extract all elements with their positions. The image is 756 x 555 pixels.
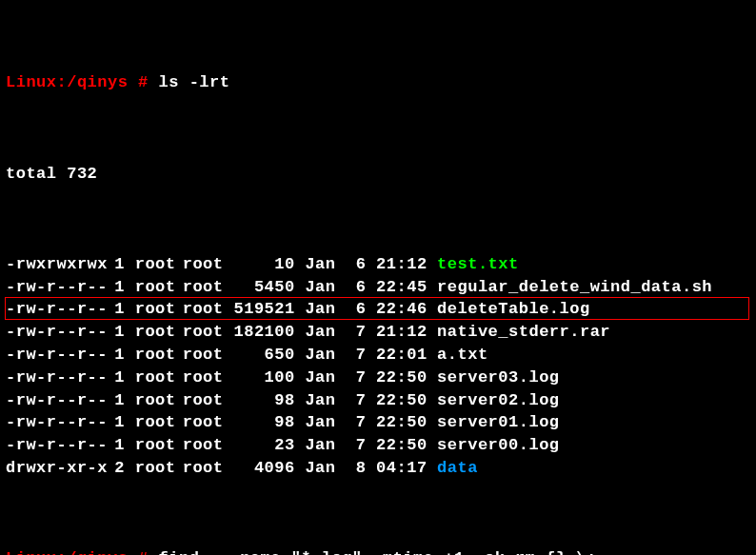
permissions: -rw-r--r--: [6, 434, 106, 457]
month: Jan: [305, 253, 339, 276]
filename: test.txt: [433, 253, 519, 276]
time: 04:17: [376, 457, 433, 480]
permissions: -rw-r--r--: [6, 321, 106, 344]
owner: root: [135, 434, 183, 457]
filename: native_stderr.rar: [433, 321, 610, 344]
group: root: [183, 344, 230, 367]
month: Jan: [305, 344, 339, 367]
size: 4096: [230, 457, 295, 480]
group: root: [183, 253, 230, 276]
command-find: find . -name "*.log" -mtime +1 -ok rm {}…: [159, 549, 597, 555]
size: 100: [230, 367, 295, 389]
permissions: -rw-r--r--: [6, 276, 106, 299]
size: 98: [230, 389, 295, 412]
size: 5450: [230, 276, 295, 299]
day: 7: [339, 389, 366, 412]
time: 22:45: [376, 276, 433, 299]
day: 6: [339, 253, 366, 276]
group: root: [183, 298, 230, 321]
size: 98: [230, 411, 295, 434]
owner: root: [135, 389, 183, 412]
month: Jan: [305, 321, 339, 344]
time: 22:46: [376, 298, 433, 321]
day: 8: [339, 457, 366, 480]
prompt: Linux:/qinys: [6, 73, 128, 91]
permissions: -rw-r--r--: [6, 389, 106, 412]
list-item: drwxr-xr-x2 rootroot4096 Jan8 04:17data: [6, 457, 750, 480]
month: Jan: [305, 276, 339, 299]
size: 519521: [230, 298, 295, 321]
group: root: [183, 321, 230, 344]
group: root: [183, 434, 230, 457]
time: 22:50: [376, 367, 433, 389]
list-item: -rw-r--r--1 rootroot100 Jan7 22:50server…: [6, 367, 750, 389]
filename: server01.log: [433, 411, 559, 434]
link-count: 1: [106, 298, 125, 321]
prompt-line-2: Linux:/qinys # find . -name "*.log" -mti…: [6, 547, 750, 555]
time: 22:50: [376, 411, 433, 434]
owner: root: [135, 411, 183, 434]
day: 7: [339, 434, 366, 457]
filename: server03.log: [433, 367, 559, 389]
owner: root: [135, 298, 183, 321]
link-count: 1: [106, 389, 125, 412]
month: Jan: [305, 411, 339, 434]
filename: data: [433, 457, 478, 480]
day: 6: [339, 298, 366, 321]
month: Jan: [305, 457, 339, 480]
list-item: -rw-r--r--1 rootroot650 Jan7 22:01a.txt: [6, 344, 750, 367]
link-count: 1: [106, 367, 125, 389]
list-item: -rw-r--r--1 rootroot98 Jan7 22:50server0…: [6, 389, 750, 412]
permissions: -rw-r--r--: [6, 411, 106, 434]
filename: a.txt: [433, 344, 488, 367]
group: root: [183, 276, 230, 299]
group: root: [183, 457, 230, 480]
list-item: -rw-r--r--1 rootroot23 Jan7 22:50server0…: [6, 434, 750, 457]
day: 6: [339, 276, 366, 299]
size: 650: [230, 344, 295, 367]
owner: root: [135, 457, 183, 480]
link-count: 1: [106, 344, 125, 367]
group: root: [183, 367, 230, 389]
day: 7: [339, 321, 366, 344]
day: 7: [339, 411, 366, 434]
filename: server02.log: [433, 389, 559, 412]
file-listing-1: -rwxrwxrwx1 rootroot10 Jan6 21:12test.tx…: [6, 253, 750, 480]
link-count: 2: [106, 457, 125, 480]
list-item: -rw-r--r--1 rootroot182100 Jan7 21:12nat…: [6, 321, 750, 344]
link-count: 1: [106, 434, 125, 457]
day: 7: [339, 344, 366, 367]
time: 22:50: [376, 434, 433, 457]
size: 23: [230, 434, 295, 457]
owner: root: [135, 253, 183, 276]
list-item: -rw-r--r--1 rootroot98 Jan7 22:50server0…: [6, 411, 750, 434]
size: 182100: [230, 321, 295, 344]
filename: deleteTable.log: [433, 298, 590, 321]
time: 22:01: [376, 344, 433, 367]
time: 22:50: [376, 389, 433, 412]
month: Jan: [305, 434, 339, 457]
list-item: -rw-r--r--1 rootroot5450 Jan6 22:45regul…: [6, 276, 750, 299]
month: Jan: [305, 389, 339, 412]
filename: regular_delete_wind_data.sh: [433, 276, 712, 299]
owner: root: [135, 276, 183, 299]
group: root: [183, 389, 230, 412]
terminal[interactable]: Linux:/qinys # ls -lrt total 732 -rwxrwx…: [0, 0, 756, 555]
permissions: drwxr-xr-x: [6, 457, 106, 480]
owner: root: [135, 321, 183, 344]
time: 21:12: [376, 253, 433, 276]
link-count: 1: [106, 411, 125, 434]
link-count: 1: [106, 276, 125, 299]
permissions: -rw-r--r--: [6, 344, 106, 367]
prompt-line-1: Linux:/qinys # ls -lrt: [6, 71, 750, 94]
group: root: [183, 411, 230, 434]
owner: root: [135, 367, 183, 389]
list-item: -rw-r--r--1 rootroot519521 Jan6 22:46del…: [6, 298, 750, 321]
permissions: -rwxrwxrwx: [6, 253, 106, 276]
list-item: -rwxrwxrwx1 rootroot10 Jan6 21:12test.tx…: [6, 253, 750, 276]
owner: root: [135, 344, 183, 367]
time: 21:12: [376, 321, 433, 344]
prompt: Linux:/qinys: [6, 549, 128, 555]
permissions: -rw-r--r--: [6, 367, 106, 389]
size: 10: [230, 253, 295, 276]
